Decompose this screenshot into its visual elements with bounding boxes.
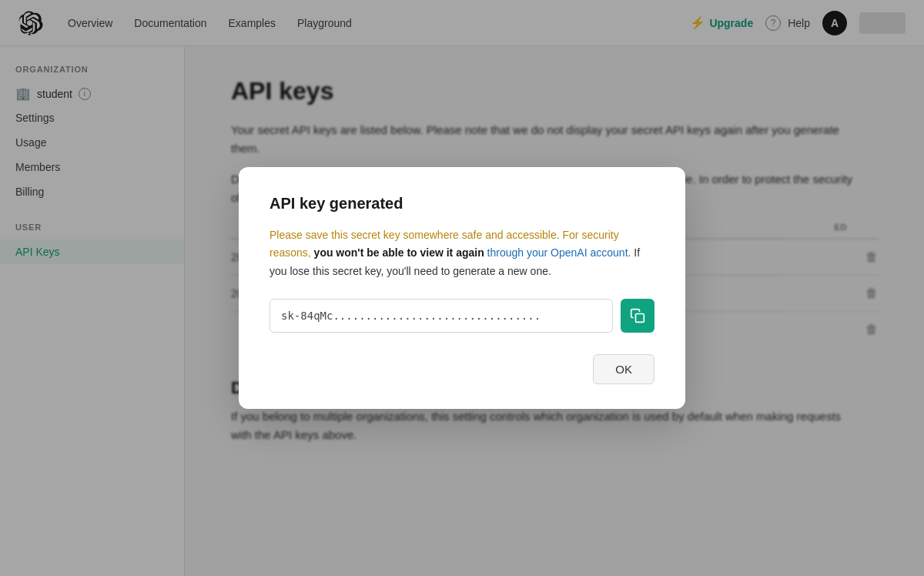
copy-button[interactable] [621,299,654,333]
modal-desc-bold: you won't be able to view it again [314,246,484,259]
ok-button[interactable]: OK [593,354,654,384]
modal-description: Please save this secret key somewhere sa… [270,226,654,280]
api-key-input[interactable] [270,299,613,333]
modal-footer: OK [270,354,654,384]
modal-overlay[interactable]: API key generated Please save this secre… [0,0,924,576]
api-key-modal: API key generated Please save this secre… [239,167,685,408]
key-input-row [270,299,654,333]
modal-title: API key generated [270,195,654,213]
copy-icon [630,308,645,323]
svg-rect-0 [636,313,644,322]
modal-desc-part2: through your OpenAI account. [484,246,631,259]
